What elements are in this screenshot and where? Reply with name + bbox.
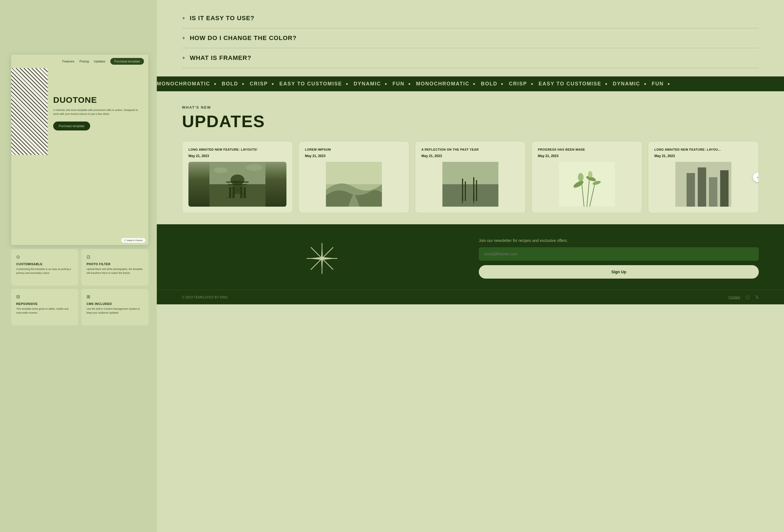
framer-badge: ⬡ Made in Framer (121, 238, 146, 243)
marquee-item: BOLD (481, 81, 497, 86)
svg-point-14 (246, 164, 263, 171)
footer-logo (182, 242, 462, 275)
framer-badge-text: Made in Framer (127, 239, 143, 242)
feature-desc-0: Customising this template is as easy as … (16, 268, 73, 275)
feature-desc-3: Use the built in Content Management Syst… (86, 307, 143, 315)
contact-link[interactable]: Contact (729, 296, 740, 299)
card-image-2 (421, 162, 520, 207)
nav-updates[interactable]: Updates (94, 60, 105, 63)
update-card-4[interactable]: LONG AWAITED NEW FEATURE: LAYOU... May 2… (648, 141, 759, 213)
faq-plus-2: + (182, 55, 185, 61)
right-panel: + IS IT EASY TO USE? + HOW DO I CHANGE T… (157, 0, 784, 532)
feature-title-3: CMS INCLUDED (86, 302, 143, 306)
updates-label: WHAT'S NEW (182, 105, 759, 110)
card-tag-3: PROGRESS HAS BEEN MADE (538, 147, 636, 152)
marquee-item: DYNAMIC (613, 81, 640, 86)
photo-filter-icon: ⊡ (86, 254, 143, 259)
svg-rect-21 (465, 181, 466, 201)
cms-icon: ⊞ (86, 294, 143, 299)
preview-nav: Features Pricing Updates Purchase templa… (11, 55, 148, 68)
updates-section: WHAT'S NEW UPDATES LONG AWAITED NEW FEAT… (157, 91, 784, 224)
svg-rect-25 (473, 194, 474, 204)
carousel-next-btn[interactable]: › (753, 172, 759, 182)
svg-rect-9 (226, 181, 249, 183)
marquee-item: FUN (393, 81, 404, 86)
updates-title: UPDATES (182, 112, 759, 131)
responsive-icon: ⊟ (16, 294, 73, 299)
update-card-2[interactable]: A REFLECTION ON THE PAST YEAR May 21, 20… (415, 141, 526, 213)
footer-newsletter: Join our newsletter for recipes and excl… (479, 238, 759, 279)
star-icon (305, 242, 339, 275)
footer-bottom: © 2023 TEMPLATES BY KRIS Contact ⬡ 𝕏 (157, 290, 784, 304)
marquee-item: EASY TO CUSTOMISE (539, 81, 601, 86)
feature-title-0: CUSTOMISABLE (16, 262, 73, 266)
update-card-3[interactable]: PROGRESS HAS BEEN MADE May 21, 2023 (531, 141, 642, 213)
svg-rect-5 (229, 187, 231, 198)
signup-button[interactable]: Sign Up (479, 265, 759, 279)
feature-desc-2: This template looks great on tablet, mob… (16, 307, 73, 315)
svg-rect-16 (326, 162, 382, 184)
update-card-1[interactable]: LOREM IMPSUM May 21, 2023 (299, 141, 409, 213)
svg-rect-19 (442, 162, 498, 184)
faq-section: + IS IT EASY TO USE? + HOW DO I CHANGE T… (157, 0, 784, 77)
nav-features[interactable]: Features (62, 60, 74, 63)
faq-item-2[interactable]: + WHAT IS FRAMER? (182, 48, 759, 68)
marquee-band: MONOCHROMATIC BOLD CRISP EASY TO CUSTOMI… (157, 77, 784, 91)
card-image-4 (654, 162, 752, 207)
card-date-4: May 21, 2023 (654, 154, 752, 158)
card-image-0 (189, 162, 286, 207)
twitter-icon[interactable]: 𝕏 (755, 295, 759, 300)
footer-links: Contact ⬡ 𝕏 (729, 295, 759, 300)
marquee-item: EASY TO CUSTOMISE (279, 81, 342, 86)
svg-rect-39 (720, 170, 729, 207)
hero-content: DUOTONE A minimal, two-tone template wit… (48, 68, 148, 155)
update-card-0[interactable]: LONG AWAITED NEW FEATURE: LAYOUTS! May 2… (182, 141, 293, 213)
instagram-icon[interactable]: ⬡ (746, 295, 750, 300)
hero-pattern-image (11, 68, 48, 155)
marquee-item: CRISP (250, 81, 268, 86)
cards-row: LONG AWAITED NEW FEATURE: LAYOUTS! May 2… (182, 141, 759, 213)
card-tag-0: LONG AWAITED NEW FEATURE: LAYOUTS! (189, 147, 286, 152)
svg-rect-18 (442, 184, 498, 207)
copyright-text: © 2023 TEMPLATES BY KRIS (182, 296, 228, 299)
feature-card-1: ⊡ PHOTO FILTER Upload black and white ph… (82, 249, 148, 286)
marquee-item: MONOCHROMATIC (416, 81, 470, 86)
svg-point-33 (578, 173, 584, 181)
svg-rect-23 (476, 180, 477, 201)
card-date-0: May 21, 2023 (189, 154, 286, 158)
card-tag-2: A REFLECTION ON THE PAST YEAR (421, 147, 520, 152)
nav-pricing[interactable]: Pricing (80, 60, 89, 63)
left-panel: Features Pricing Updates Purchase templa… (0, 0, 157, 532)
feature-card-0: ⊙ CUSTOMISABLE Customising this template… (11, 249, 78, 286)
feature-desc-1: Upload black and white photographs, the … (86, 268, 143, 275)
cathedral-image (189, 162, 286, 207)
svg-rect-26 (559, 162, 615, 207)
svg-rect-8 (244, 187, 246, 198)
svg-rect-24 (462, 195, 463, 204)
feature-title-2: REPSONSIVE (16, 302, 73, 306)
card-date-2: May 21, 2023 (421, 154, 520, 158)
faq-item-1[interactable]: + HOW DO I CHANGE THE COLOR? (182, 28, 759, 48)
preview-hero: DUOTONE A minimal, two-tone template wit… (11, 68, 148, 155)
svg-point-13 (214, 167, 228, 173)
email-input[interactable] (479, 247, 759, 261)
faq-item-0[interactable]: + IS IT EASY TO USE? (182, 8, 759, 28)
marquee-item: CRISP (509, 81, 527, 86)
faq-question-0: IS IT EASY TO USE? (190, 15, 254, 22)
features-grid: ⊙ CUSTOMISABLE Customising this template… (11, 249, 148, 325)
card-tag-1: LOREM IMPSUM (305, 147, 403, 152)
svg-point-34 (588, 171, 592, 178)
hero-title: DUOTONE (53, 95, 143, 105)
faq-question-2: WHAT IS FRAMER? (190, 54, 251, 62)
footer: Join our newsletter for recipes and excl… (157, 224, 784, 290)
hero-cta-button[interactable]: Purchase template (53, 121, 90, 131)
faq-question-1: HOW DO I CHANGE THE COLOR? (190, 34, 297, 42)
svg-rect-36 (687, 173, 695, 207)
feature-card-2: ⊟ REPSONSIVE This template looks great o… (11, 289, 78, 325)
marquee-item: FUN (652, 81, 664, 86)
feature-title-1: PHOTO FILTER (86, 262, 143, 266)
faq-plus-0: + (182, 15, 185, 22)
feature-card-3: ⊞ CMS INCLUDED Use the built in Content … (82, 289, 148, 325)
card-date-1: May 21, 2023 (305, 154, 403, 158)
nav-purchase-btn[interactable]: Purchase template (110, 58, 144, 65)
